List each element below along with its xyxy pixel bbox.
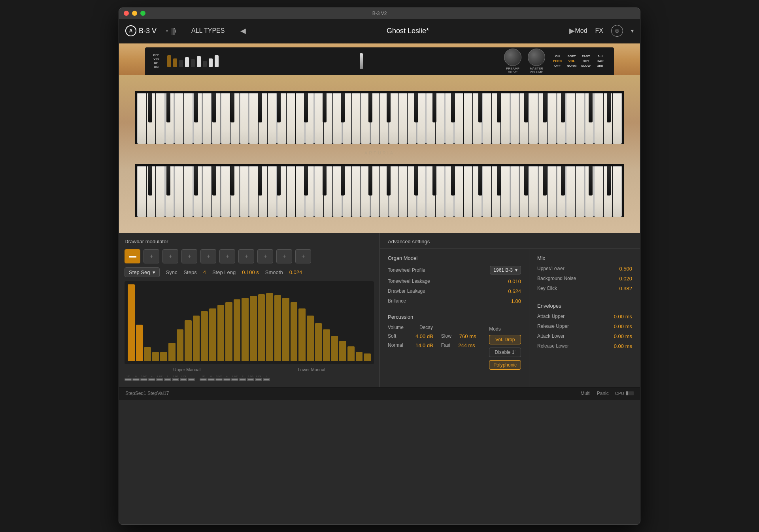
key[interactable] xyxy=(492,93,501,144)
key[interactable] xyxy=(287,166,296,217)
drawbar-slider[interactable] xyxy=(132,378,140,381)
drawbar-1[interactable] xyxy=(167,55,171,67)
master-volume-knob[interactable] xyxy=(528,49,545,66)
vib-low[interactable]: UP xyxy=(153,61,159,65)
switch-dcy[interactable]: DCY xyxy=(580,59,592,63)
key[interactable] xyxy=(566,166,575,217)
key[interactable] xyxy=(538,93,548,144)
key[interactable] xyxy=(519,166,529,217)
seq-bar[interactable] xyxy=(282,298,289,361)
smooth-value[interactable]: 0.024 xyxy=(289,269,302,275)
seq-bar[interactable] xyxy=(177,329,184,361)
key[interactable] xyxy=(296,166,305,217)
disable-button[interactable]: Disable 1' xyxy=(489,348,521,357)
instrument-logo[interactable]: A B-3 V xyxy=(125,25,157,36)
drawbar-8[interactable] xyxy=(209,58,213,67)
key[interactable] xyxy=(202,93,211,144)
key[interactable] xyxy=(259,166,268,217)
drawbar-slider[interactable] xyxy=(215,378,223,381)
drawbar-6[interactable] xyxy=(197,56,201,67)
key[interactable] xyxy=(389,93,398,144)
key[interactable] xyxy=(147,93,156,144)
key[interactable] xyxy=(174,166,183,217)
key[interactable] xyxy=(324,166,333,217)
key[interactable] xyxy=(361,166,370,217)
key[interactable] xyxy=(342,93,351,144)
key[interactable] xyxy=(380,166,389,217)
key[interactable] xyxy=(277,93,286,144)
key[interactable] xyxy=(408,166,417,217)
key[interactable] xyxy=(482,166,491,217)
key[interactable] xyxy=(324,93,333,144)
key[interactable] xyxy=(221,166,230,217)
key[interactable] xyxy=(296,93,305,144)
seq-bar[interactable] xyxy=(298,308,306,361)
key[interactable] xyxy=(510,93,519,144)
vib-on[interactable]: ON xyxy=(153,65,159,69)
key[interactable] xyxy=(184,93,193,144)
seq-bar[interactable] xyxy=(364,353,371,361)
brillance-value[interactable]: 1.00 xyxy=(511,298,521,304)
drawbar-slider[interactable] xyxy=(164,378,171,381)
upper-lower-value[interactable]: 0.500 xyxy=(619,266,632,272)
seq-bar[interactable] xyxy=(347,346,355,361)
key[interactable] xyxy=(277,166,286,217)
key[interactable] xyxy=(389,166,398,217)
drawbar-slider[interactable] xyxy=(172,378,179,381)
preset-name[interactable]: Ghost Leslie* xyxy=(255,27,560,35)
key[interactable] xyxy=(137,166,146,217)
key[interactable] xyxy=(240,166,249,217)
key[interactable] xyxy=(165,166,174,217)
seq-bar[interactable] xyxy=(307,316,314,361)
release-upper-value[interactable]: 0.00 ms xyxy=(614,323,632,329)
seq-bar[interactable] xyxy=(193,316,200,361)
key[interactable] xyxy=(249,166,258,217)
key[interactable] xyxy=(370,93,380,144)
key[interactable] xyxy=(426,93,435,144)
modulator-tab-9[interactable]: + xyxy=(276,249,292,263)
key[interactable] xyxy=(538,166,548,217)
seq-bar[interactable] xyxy=(234,299,241,361)
preamp-drive-knob[interactable] xyxy=(504,49,521,66)
key[interactable] xyxy=(548,93,557,144)
vib-off[interactable]: OFF xyxy=(153,53,159,57)
key[interactable] xyxy=(398,166,408,217)
key[interactable] xyxy=(193,166,202,217)
seq-bar[interactable] xyxy=(160,352,167,361)
key[interactable] xyxy=(305,166,314,217)
switch-har[interactable]: HAR xyxy=(594,59,606,63)
key[interactable] xyxy=(529,166,538,217)
key[interactable] xyxy=(436,93,445,144)
key[interactable] xyxy=(566,93,575,144)
key[interactable] xyxy=(156,93,165,144)
modulator-tab-3[interactable]: + xyxy=(162,249,178,263)
next-preset-button[interactable]: ▶ xyxy=(569,26,575,35)
drawbar-slider[interactable] xyxy=(200,378,207,381)
key[interactable] xyxy=(529,93,538,144)
key[interactable] xyxy=(287,93,296,144)
drawbar-slider[interactable] xyxy=(140,378,147,381)
key[interactable] xyxy=(576,166,585,217)
drawbar-slider[interactable] xyxy=(255,378,262,381)
key[interactable] xyxy=(548,166,557,217)
fx-button[interactable]: FX xyxy=(595,27,603,34)
steps-value[interactable]: 4 xyxy=(203,269,206,275)
seq-bar[interactable] xyxy=(323,329,330,361)
drawbar-3[interactable] xyxy=(179,60,183,67)
key[interactable] xyxy=(212,166,221,217)
seq-bar[interactable] xyxy=(266,293,273,361)
seq-bar[interactable] xyxy=(217,305,225,361)
all-types-selector[interactable]: ALL TYPES xyxy=(191,27,225,34)
modulator-tab-8[interactable]: + xyxy=(257,249,273,263)
key[interactable] xyxy=(585,93,594,144)
key-click-value[interactable]: 0.382 xyxy=(619,286,632,291)
key[interactable] xyxy=(445,166,454,217)
tonewheel-profile-select[interactable]: 1961 B-3 ▾ xyxy=(490,266,521,274)
seq-bar[interactable] xyxy=(315,323,322,361)
key[interactable] xyxy=(361,93,370,144)
key[interactable] xyxy=(398,93,408,144)
upper-manual[interactable] xyxy=(135,91,624,144)
pitch-slider[interactable] xyxy=(360,53,363,69)
switch-vol[interactable]: VOL xyxy=(566,59,578,63)
modulator-tab-active[interactable]: ▬▬ xyxy=(125,249,140,263)
